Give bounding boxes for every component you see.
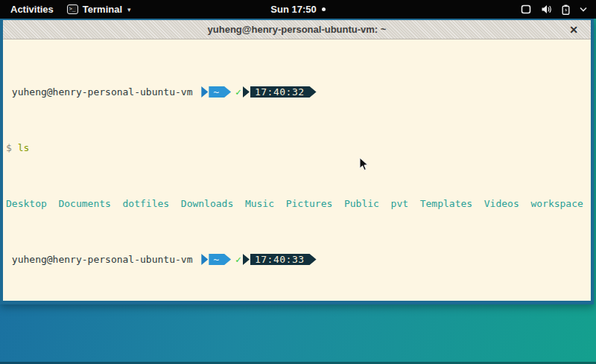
chevron-down-icon: ▾ (127, 6, 131, 13)
prompt-dollar: $ (6, 142, 12, 153)
app-menu-terminal[interactable]: >_ Terminal ▾ (67, 4, 131, 15)
app-menu-label: Terminal (83, 4, 122, 15)
top-bar: Activities >_ Terminal ▾ Sun 17:50 (0, 0, 596, 19)
directory-listing: Desktop Documents dotfiles Downloads Mus… (6, 198, 583, 209)
powerline-arrow-icon (243, 254, 250, 265)
terminal-icon: >_ (67, 4, 78, 14)
status-check-icon: ✓ (235, 254, 241, 265)
terminal-body[interactable]: yuheng@henry-personal-ubuntu-vm ~ ✓ 17:4… (3, 39, 591, 301)
prompt-host: yuheng@henry-personal-ubuntu-vm (6, 86, 198, 98)
prompt-time-segment: 17:40:32 (250, 86, 317, 98)
window-title-bar[interactable]: yuheng@henry-personal-ubuntu-vm: ~ ✕ (3, 20, 591, 39)
notification-dot-icon (322, 7, 326, 11)
battery-charging-icon (562, 4, 570, 15)
command-line: $ ls (6, 142, 589, 153)
clock[interactable]: Sun 17:50 (270, 4, 316, 15)
prompt-time-segment: 17:40:33 (250, 254, 317, 265)
prompt-line-1: yuheng@henry-personal-ubuntu-vm ~ ✓ 17:4… (6, 86, 589, 98)
typed-command: ls (18, 142, 30, 153)
ls-output-line: Desktop Documents dotfiles Downloads Mus… (6, 198, 589, 209)
prompt-host: yuheng@henry-personal-ubuntu-vm (6, 254, 198, 265)
desktop: Activities >_ Terminal ▾ Sun 17:50 (0, 0, 596, 364)
close-button[interactable]: ✕ (567, 23, 580, 36)
prompt-cwd-segment: ~ (209, 86, 231, 98)
powerline-arrow-icon (201, 254, 208, 265)
terminal-window: yuheng@henry-personal-ubuntu-vm: ~ ✕ yuh… (0, 19, 594, 304)
prompt-cwd-segment: ~ (209, 254, 231, 265)
prompt-line-2: yuheng@henry-personal-ubuntu-vm ~ ✓ 17:4… (6, 254, 589, 265)
chevron-down-icon (580, 7, 587, 12)
volume-icon (541, 4, 552, 14)
window-title: yuheng@henry-personal-ubuntu-vm: ~ (208, 24, 387, 35)
powerline-arrow-icon (201, 86, 208, 98)
activities-button[interactable]: Activities (7, 4, 57, 15)
system-tray[interactable] (521, 4, 596, 15)
status-check-icon: ✓ (235, 86, 241, 98)
screen-icon (521, 4, 531, 14)
powerline-arrow-icon (243, 86, 250, 98)
